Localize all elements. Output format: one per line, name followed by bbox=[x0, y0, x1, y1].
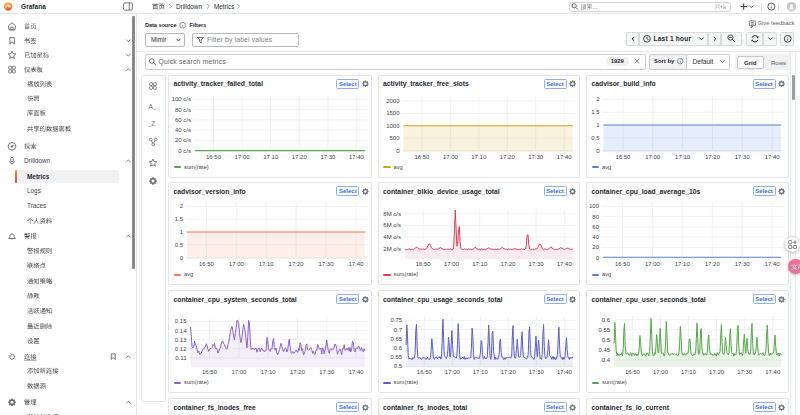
svg-text:17:40: 17:40 bbox=[349, 369, 365, 375]
svg-text:17:00: 17:00 bbox=[444, 261, 460, 267]
svg-text:0 c/s: 0 c/s bbox=[178, 147, 191, 153]
svg-text:17:20: 17:20 bbox=[292, 153, 308, 159]
svg-text:0.6: 0.6 bbox=[602, 317, 611, 323]
svg-text:16:50: 16:50 bbox=[202, 369, 218, 375]
svg-text:1500: 1500 bbox=[386, 110, 400, 116]
svg-text:17:00: 17:00 bbox=[444, 369, 460, 375]
svg-text:16:50: 16:50 bbox=[206, 153, 222, 159]
svg-text:0: 0 bbox=[180, 255, 184, 261]
svg-text:0.4: 0.4 bbox=[602, 357, 611, 363]
svg-text:17:10: 17:10 bbox=[471, 153, 487, 159]
svg-text:17:30: 17:30 bbox=[318, 261, 334, 267]
svg-text:17:30: 17:30 bbox=[320, 153, 336, 159]
svg-text:17:00: 17:00 bbox=[231, 369, 247, 375]
svg-text:0.14: 0.14 bbox=[175, 328, 187, 334]
svg-text:17:40: 17:40 bbox=[765, 369, 781, 375]
svg-text:17:20: 17:20 bbox=[705, 261, 721, 267]
svg-text:0.12: 0.12 bbox=[175, 346, 187, 352]
svg-text:0.5: 0.5 bbox=[602, 337, 611, 343]
svg-text:0.5: 0.5 bbox=[393, 364, 402, 370]
svg-text:0.11: 0.11 bbox=[175, 355, 187, 361]
svg-text:1: 1 bbox=[596, 122, 600, 128]
svg-text:17:20: 17:20 bbox=[289, 261, 305, 267]
svg-text:17:00: 17:00 bbox=[653, 369, 669, 375]
svg-text:20 c/s: 20 c/s bbox=[175, 137, 191, 143]
svg-text:17:30: 17:30 bbox=[735, 261, 751, 267]
svg-text:16:50: 16:50 bbox=[416, 369, 432, 375]
svg-text:80 c/s: 80 c/s bbox=[175, 106, 191, 112]
svg-text:17:20: 17:20 bbox=[290, 369, 306, 375]
svg-text:17:00: 17:00 bbox=[645, 261, 661, 267]
svg-text:17:30: 17:30 bbox=[528, 153, 544, 159]
svg-text:17:40: 17:40 bbox=[556, 153, 572, 159]
svg-text:2: 2 bbox=[596, 96, 600, 102]
svg-text:17:20: 17:20 bbox=[499, 153, 515, 159]
svg-text:17:30: 17:30 bbox=[528, 261, 544, 267]
svg-text:0.45: 0.45 bbox=[599, 347, 611, 353]
svg-text:17:00: 17:00 bbox=[235, 153, 251, 159]
svg-text:17:40: 17:40 bbox=[349, 153, 365, 159]
svg-text:80: 80 bbox=[592, 214, 599, 220]
svg-text:17:30: 17:30 bbox=[319, 369, 335, 375]
svg-text:2000: 2000 bbox=[386, 98, 400, 104]
svg-text:0.6: 0.6 bbox=[393, 345, 402, 351]
svg-text:0.65: 0.65 bbox=[390, 336, 402, 342]
svg-text:0.75: 0.75 bbox=[390, 318, 402, 324]
svg-text:17:10: 17:10 bbox=[675, 261, 691, 267]
svg-text:17:10: 17:10 bbox=[263, 153, 279, 159]
svg-text:17:30: 17:30 bbox=[735, 153, 751, 159]
svg-text:100: 100 bbox=[589, 204, 600, 210]
svg-text:17:30: 17:30 bbox=[528, 369, 544, 375]
svg-text:40: 40 bbox=[592, 234, 599, 240]
svg-text:17:40: 17:40 bbox=[765, 261, 781, 267]
svg-text:4M c/s: 4M c/s bbox=[383, 234, 401, 240]
svg-text:17:10: 17:10 bbox=[681, 369, 697, 375]
svg-text:20: 20 bbox=[592, 245, 599, 251]
svg-text:2: 2 bbox=[180, 204, 184, 210]
svg-text:0.55: 0.55 bbox=[390, 354, 402, 360]
svg-text:17:40: 17:40 bbox=[556, 369, 572, 375]
svg-text:40 c/s: 40 c/s bbox=[175, 127, 191, 133]
svg-text:17:00: 17:00 bbox=[442, 153, 458, 159]
svg-text:17:10: 17:10 bbox=[472, 261, 488, 267]
svg-text:2M c/s: 2M c/s bbox=[383, 246, 401, 252]
svg-text:17:10: 17:10 bbox=[472, 369, 488, 375]
svg-text:17:20: 17:20 bbox=[500, 261, 516, 267]
svg-text:0: 0 bbox=[596, 147, 600, 153]
svg-text:16:50: 16:50 bbox=[615, 261, 631, 267]
svg-text:17:10: 17:10 bbox=[675, 153, 691, 159]
svg-text:0.7: 0.7 bbox=[393, 327, 402, 333]
svg-text:17:00: 17:00 bbox=[645, 153, 661, 159]
svg-text:500: 500 bbox=[389, 135, 400, 141]
svg-text:17:00: 17:00 bbox=[229, 261, 245, 267]
svg-text:0: 0 bbox=[596, 255, 600, 261]
svg-text:16:50: 16:50 bbox=[199, 261, 215, 267]
svg-text:1.5: 1.5 bbox=[591, 109, 600, 115]
svg-text:17:30: 17:30 bbox=[737, 369, 753, 375]
svg-text:17:40: 17:40 bbox=[556, 261, 572, 267]
svg-text:17:40: 17:40 bbox=[348, 261, 364, 267]
svg-text:100 c/s: 100 c/s bbox=[172, 96, 191, 102]
svg-text:17:20: 17:20 bbox=[709, 369, 725, 375]
svg-text:0.15: 0.15 bbox=[175, 319, 187, 325]
svg-text:1.5: 1.5 bbox=[175, 216, 184, 222]
svg-text:17:40: 17:40 bbox=[765, 153, 781, 159]
svg-text:8M c/s: 8M c/s bbox=[383, 211, 401, 217]
svg-text:0.5: 0.5 bbox=[591, 134, 600, 140]
svg-text:17:10: 17:10 bbox=[259, 261, 275, 267]
svg-text:6M c/s: 6M c/s bbox=[383, 223, 401, 229]
svg-text:17:20: 17:20 bbox=[705, 153, 721, 159]
svg-text:0.5: 0.5 bbox=[175, 242, 184, 248]
svg-text:16:50: 16:50 bbox=[415, 261, 431, 267]
svg-text:17:20: 17:20 bbox=[500, 369, 516, 375]
svg-text:0: 0 bbox=[396, 147, 400, 153]
svg-text:0.55: 0.55 bbox=[599, 327, 611, 333]
svg-text:1: 1 bbox=[180, 229, 184, 235]
svg-text:1000: 1000 bbox=[386, 122, 400, 128]
svg-text:0.13: 0.13 bbox=[175, 337, 187, 343]
svg-text:17:10: 17:10 bbox=[261, 369, 277, 375]
svg-text:16:50: 16:50 bbox=[615, 153, 631, 159]
svg-text:16:50: 16:50 bbox=[625, 369, 641, 375]
svg-text:16:50: 16:50 bbox=[414, 153, 430, 159]
svg-text:60 c/s: 60 c/s bbox=[175, 116, 191, 122]
